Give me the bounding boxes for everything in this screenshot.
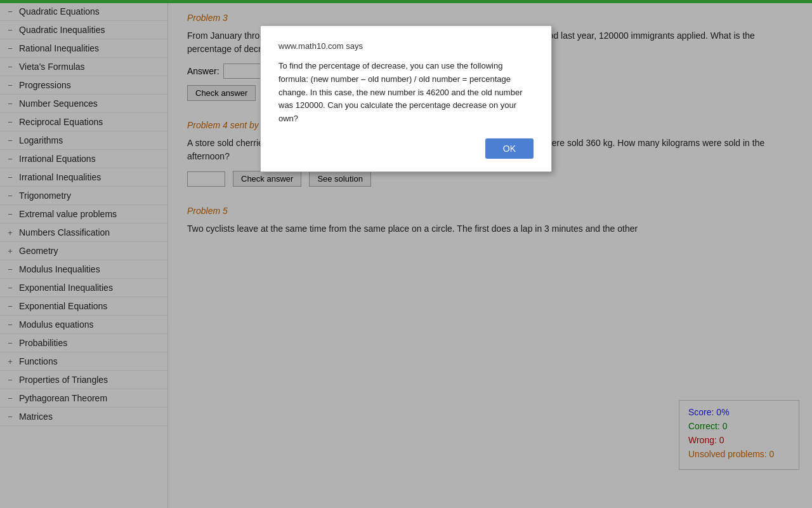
modal-box: www.math10.com says To find the percenta… xyxy=(260,25,552,172)
modal-body: To find the percentage of decrease, you … xyxy=(278,60,534,126)
modal-overlay: www.math10.com says To find the percenta… xyxy=(0,0,812,508)
top-bar xyxy=(0,0,812,3)
modal-ok-button[interactable]: OK xyxy=(485,138,534,159)
modal-title: www.math10.com says xyxy=(278,41,534,51)
modal-footer: OK xyxy=(278,138,534,159)
